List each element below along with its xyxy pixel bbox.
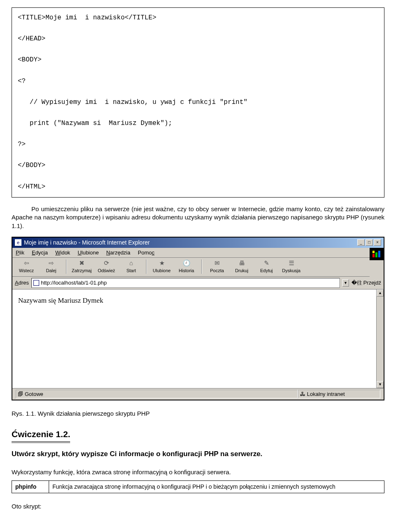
tb-fav[interactable]: ★Ulubione: [150, 259, 173, 275]
function-name-cell: phpinfo: [12, 481, 49, 493]
go-button[interactable]: �往Przejdź: [351, 279, 381, 287]
zone-icon: 🖧: [300, 391, 305, 398]
menu-tools[interactable]: Narzędzia: [106, 249, 130, 257]
address-label: Adres: [15, 279, 29, 287]
forward-icon: ⇨: [47, 259, 55, 267]
back-icon: ⇦: [22, 259, 31, 267]
tb-print[interactable]: 🖶Drukuj: [230, 259, 253, 275]
menu-edit[interactable]: Edycja: [32, 249, 48, 257]
ie-menubar: Plik Edycja Widok Ulubione Narzędzia Pom…: [12, 248, 370, 258]
exercise-description: Utwórz skrypt, który wypisze Ci informac…: [12, 450, 384, 459]
go-icon: �往: [351, 279, 362, 287]
closing-text: Oto skrypt:: [12, 502, 384, 511]
svg-rect-0: [372, 254, 375, 257]
ie-toolbar: ⇦Wstecz ⇨Dalej ✖Zatrzymaj ⟳Odśwież ⌂Star…: [12, 258, 370, 277]
svg-rect-2: [378, 251, 380, 257]
close-button[interactable]: ×: [374, 239, 381, 246]
scroll-up-icon[interactable]: ▲: [377, 290, 384, 297]
discuss-icon: ☰: [287, 259, 295, 267]
address-value: http://localhost/lab/1-01.php: [41, 279, 107, 287]
body-text: Wykorzystamy funkcję, która zwraca stron…: [12, 468, 384, 476]
table-row: phpinfo Funkcja zwracająca stronę inform…: [12, 481, 384, 493]
status-right-text: Lokalny intranet: [307, 391, 345, 398]
svg-rect-3: [372, 251, 375, 253]
tb-discuss[interactable]: ☰Dyskusja: [280, 259, 303, 275]
page-icon: [33, 280, 39, 286]
figure-caption: Rys. 1.1. Wynik działania pierwszego skr…: [12, 410, 384, 418]
window-title: Moje imię i nazwisko - Microsoft Interne…: [24, 239, 150, 247]
menu-help[interactable]: Pomoc: [138, 249, 154, 257]
mail-icon: ✉: [213, 259, 221, 267]
menu-file[interactable]: Plik: [16, 249, 24, 257]
tb-home[interactable]: ⌂Start: [120, 259, 143, 275]
vertical-scrollbar[interactable]: ▲ ▼: [376, 290, 384, 388]
edit-icon: ✎: [262, 259, 271, 267]
scroll-down-icon[interactable]: ▼: [377, 381, 384, 388]
exercise-heading: Ćwiczenie 1.2.: [12, 428, 70, 443]
address-field[interactable]: http://localhost/lab/1-01.php: [31, 278, 340, 288]
print-icon: 🖶: [238, 259, 246, 267]
tb-back[interactable]: ⇦Wstecz: [15, 259, 38, 275]
address-dropdown[interactable]: ▼: [342, 279, 349, 287]
ie-statusbar: 🗐Gotowe 🖧Lokalny intranet: [12, 388, 384, 400]
ie-window: e Moje imię i nazwisko - Microsoft Inter…: [12, 237, 384, 400]
ie-titlebar: e Moje imię i nazwisko - Microsoft Inter…: [12, 238, 384, 248]
maximize-button[interactable]: □: [365, 239, 373, 246]
paragraph-intro: Po umieszczeniu pliku na serwerze (nie j…: [12, 205, 384, 230]
menu-view[interactable]: Widok: [55, 249, 70, 257]
history-icon: 🕘: [182, 259, 191, 267]
function-table: phpinfo Funkcja zwracająca stronę inform…: [12, 480, 384, 493]
ie-addressbar: Adres http://localhost/lab/1-01.php ▼ �往…: [12, 277, 384, 290]
ie-content-area: Nazywam się Mariusz Dymek ▲ ▼: [12, 290, 384, 388]
minimize-button[interactable]: _: [357, 239, 365, 246]
menu-favorites[interactable]: Ulubione: [78, 249, 99, 257]
home-icon: ⌂: [127, 259, 135, 267]
tb-stop[interactable]: ✖Zatrzymaj: [70, 259, 93, 275]
code-sample-box: <TITLE>Moje imi i nazwisko</TITLE> </HEA…: [12, 7, 384, 198]
window-buttons: _ □ ×: [357, 239, 381, 246]
tb-edit[interactable]: ✎Edytuj: [255, 259, 278, 275]
page-output-text: Nazywam się Mariusz Dymek: [18, 297, 103, 304]
browser-figure: e Moje imię i nazwisko - Microsoft Inter…: [12, 237, 384, 400]
function-desc-cell: Funkcja zwracająca stronę informacyjną o…: [49, 481, 384, 493]
tb-hist[interactable]: 🕘Historia: [175, 259, 198, 275]
ie-app-icon: e: [15, 239, 21, 246]
status-page-icon: 🗐: [18, 391, 23, 398]
tb-refresh[interactable]: ⟳Odśwież: [95, 259, 118, 275]
svg-rect-1: [375, 252, 377, 257]
tb-fwd[interactable]: ⇨Dalej: [40, 259, 63, 275]
tb-mail[interactable]: ✉Poczta: [205, 259, 229, 275]
favorites-icon: ★: [158, 259, 166, 267]
stop-icon: ✖: [78, 259, 86, 267]
ie-throbber-icon: [370, 248, 384, 260]
status-left-text: Gotowe: [25, 391, 43, 398]
refresh-icon: ⟳: [102, 259, 111, 267]
